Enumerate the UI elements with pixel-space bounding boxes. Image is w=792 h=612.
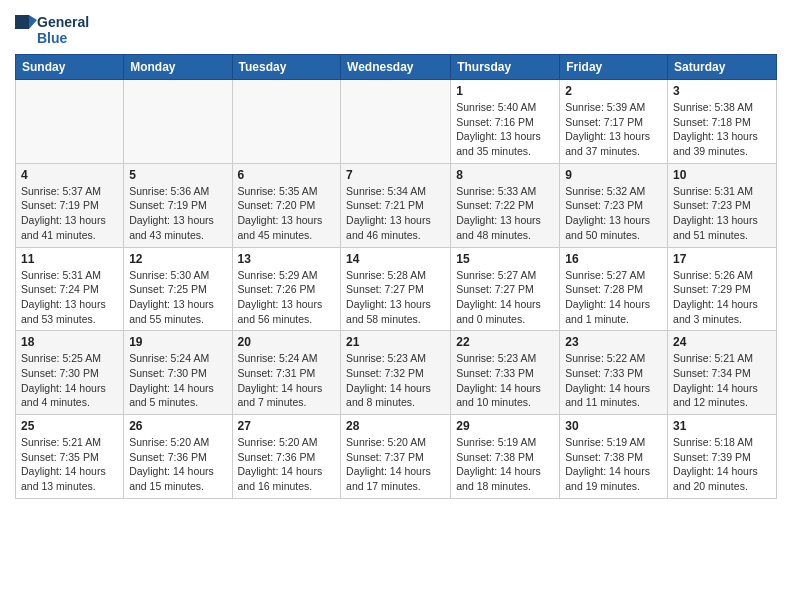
day-info: and 4 minutes. bbox=[21, 395, 118, 410]
svg-text:General: General bbox=[37, 14, 89, 30]
day-info: Sunrise: 5:31 AM bbox=[21, 268, 118, 283]
day-number: 10 bbox=[673, 168, 771, 182]
day-info: Sunrise: 5:19 AM bbox=[456, 435, 554, 450]
day-info: Daylight: 14 hours bbox=[129, 381, 226, 396]
day-info: and 8 minutes. bbox=[346, 395, 445, 410]
day-info: and 19 minutes. bbox=[565, 479, 662, 494]
day-info: Sunset: 7:38 PM bbox=[565, 450, 662, 465]
day-info: Sunset: 7:21 PM bbox=[346, 198, 445, 213]
day-info: Daylight: 14 hours bbox=[129, 464, 226, 479]
day-info: Daylight: 14 hours bbox=[673, 297, 771, 312]
day-info: and 51 minutes. bbox=[673, 228, 771, 243]
weekday-header-friday: Friday bbox=[560, 55, 668, 80]
day-number: 15 bbox=[456, 252, 554, 266]
day-number: 12 bbox=[129, 252, 226, 266]
calendar-cell: 23Sunrise: 5:22 AMSunset: 7:33 PMDayligh… bbox=[560, 331, 668, 415]
day-info: Sunset: 7:16 PM bbox=[456, 115, 554, 130]
calendar-cell: 22Sunrise: 5:23 AMSunset: 7:33 PMDayligh… bbox=[451, 331, 560, 415]
day-info: Daylight: 13 hours bbox=[21, 213, 118, 228]
day-number: 24 bbox=[673, 335, 771, 349]
day-info: Daylight: 14 hours bbox=[238, 381, 336, 396]
calendar-week-4: 18Sunrise: 5:25 AMSunset: 7:30 PMDayligh… bbox=[16, 331, 777, 415]
day-number: 2 bbox=[565, 84, 662, 98]
day-number: 6 bbox=[238, 168, 336, 182]
day-info: Daylight: 14 hours bbox=[346, 464, 445, 479]
calendar-table: SundayMondayTuesdayWednesdayThursdayFrid… bbox=[15, 54, 777, 499]
day-info: and 35 minutes. bbox=[456, 144, 554, 159]
day-info: Daylight: 14 hours bbox=[346, 381, 445, 396]
page-container: GeneralBlue SundayMondayTuesdayWednesday… bbox=[0, 0, 792, 509]
day-info: Daylight: 13 hours bbox=[456, 129, 554, 144]
calendar-cell: 9Sunrise: 5:32 AMSunset: 7:23 PMDaylight… bbox=[560, 163, 668, 247]
calendar-cell: 4Sunrise: 5:37 AMSunset: 7:19 PMDaylight… bbox=[16, 163, 124, 247]
day-info: Sunrise: 5:35 AM bbox=[238, 184, 336, 199]
day-info: Sunrise: 5:20 AM bbox=[238, 435, 336, 450]
day-info: and 43 minutes. bbox=[129, 228, 226, 243]
weekday-header-row: SundayMondayTuesdayWednesdayThursdayFrid… bbox=[16, 55, 777, 80]
day-info: Sunset: 7:39 PM bbox=[673, 450, 771, 465]
day-info: and 55 minutes. bbox=[129, 312, 226, 327]
day-info: Sunrise: 5:26 AM bbox=[673, 268, 771, 283]
day-info: Daylight: 14 hours bbox=[673, 381, 771, 396]
day-info: Daylight: 13 hours bbox=[565, 129, 662, 144]
calendar-cell: 15Sunrise: 5:27 AMSunset: 7:27 PMDayligh… bbox=[451, 247, 560, 331]
day-info: and 7 minutes. bbox=[238, 395, 336, 410]
day-number: 31 bbox=[673, 419, 771, 433]
day-info: Daylight: 14 hours bbox=[456, 297, 554, 312]
day-info: Sunset: 7:20 PM bbox=[238, 198, 336, 213]
day-info: and 53 minutes. bbox=[21, 312, 118, 327]
calendar-week-5: 25Sunrise: 5:21 AMSunset: 7:35 PMDayligh… bbox=[16, 415, 777, 499]
day-number: 28 bbox=[346, 419, 445, 433]
day-number: 26 bbox=[129, 419, 226, 433]
day-info: Sunrise: 5:20 AM bbox=[129, 435, 226, 450]
calendar-cell: 6Sunrise: 5:35 AMSunset: 7:20 PMDaylight… bbox=[232, 163, 341, 247]
weekday-header-thursday: Thursday bbox=[451, 55, 560, 80]
day-info: Daylight: 13 hours bbox=[238, 297, 336, 312]
day-info: Daylight: 13 hours bbox=[346, 213, 445, 228]
day-info: Sunrise: 5:21 AM bbox=[21, 435, 118, 450]
day-info: Daylight: 14 hours bbox=[456, 464, 554, 479]
calendar-week-1: 1Sunrise: 5:40 AMSunset: 7:16 PMDaylight… bbox=[16, 80, 777, 164]
day-number: 11 bbox=[21, 252, 118, 266]
day-info: Sunset: 7:35 PM bbox=[21, 450, 118, 465]
calendar-cell: 29Sunrise: 5:19 AMSunset: 7:38 PMDayligh… bbox=[451, 415, 560, 499]
calendar-week-2: 4Sunrise: 5:37 AMSunset: 7:19 PMDaylight… bbox=[16, 163, 777, 247]
day-info: and 45 minutes. bbox=[238, 228, 336, 243]
day-info: Sunset: 7:33 PM bbox=[565, 366, 662, 381]
calendar-cell: 19Sunrise: 5:24 AMSunset: 7:30 PMDayligh… bbox=[124, 331, 232, 415]
day-number: 8 bbox=[456, 168, 554, 182]
day-info: Sunrise: 5:39 AM bbox=[565, 100, 662, 115]
day-info: and 11 minutes. bbox=[565, 395, 662, 410]
day-info: Sunset: 7:30 PM bbox=[129, 366, 226, 381]
day-info: Daylight: 13 hours bbox=[129, 213, 226, 228]
day-info: Sunset: 7:24 PM bbox=[21, 282, 118, 297]
calendar-cell: 10Sunrise: 5:31 AMSunset: 7:23 PMDayligh… bbox=[668, 163, 777, 247]
logo: GeneralBlue bbox=[15, 10, 95, 48]
day-info: Daylight: 13 hours bbox=[238, 213, 336, 228]
day-number: 23 bbox=[565, 335, 662, 349]
day-info: Daylight: 14 hours bbox=[565, 464, 662, 479]
calendar-cell: 21Sunrise: 5:23 AMSunset: 7:32 PMDayligh… bbox=[341, 331, 451, 415]
day-number: 1 bbox=[456, 84, 554, 98]
day-info: and 18 minutes. bbox=[456, 479, 554, 494]
calendar-cell: 1Sunrise: 5:40 AMSunset: 7:16 PMDaylight… bbox=[451, 80, 560, 164]
day-info: and 56 minutes. bbox=[238, 312, 336, 327]
day-info: Sunrise: 5:19 AM bbox=[565, 435, 662, 450]
day-info: Sunset: 7:19 PM bbox=[21, 198, 118, 213]
calendar-cell: 24Sunrise: 5:21 AMSunset: 7:34 PMDayligh… bbox=[668, 331, 777, 415]
day-info: and 17 minutes. bbox=[346, 479, 445, 494]
calendar-cell bbox=[16, 80, 124, 164]
weekday-header-sunday: Sunday bbox=[16, 55, 124, 80]
day-info: and 12 minutes. bbox=[673, 395, 771, 410]
calendar-cell: 5Sunrise: 5:36 AMSunset: 7:19 PMDaylight… bbox=[124, 163, 232, 247]
day-number: 30 bbox=[565, 419, 662, 433]
day-info: Daylight: 14 hours bbox=[565, 297, 662, 312]
calendar-cell bbox=[341, 80, 451, 164]
day-number: 27 bbox=[238, 419, 336, 433]
day-info: Daylight: 14 hours bbox=[456, 381, 554, 396]
day-info: Daylight: 13 hours bbox=[129, 297, 226, 312]
calendar-cell: 28Sunrise: 5:20 AMSunset: 7:37 PMDayligh… bbox=[341, 415, 451, 499]
day-info: Sunset: 7:28 PM bbox=[565, 282, 662, 297]
day-info: Sunrise: 5:25 AM bbox=[21, 351, 118, 366]
day-info: Daylight: 13 hours bbox=[673, 129, 771, 144]
